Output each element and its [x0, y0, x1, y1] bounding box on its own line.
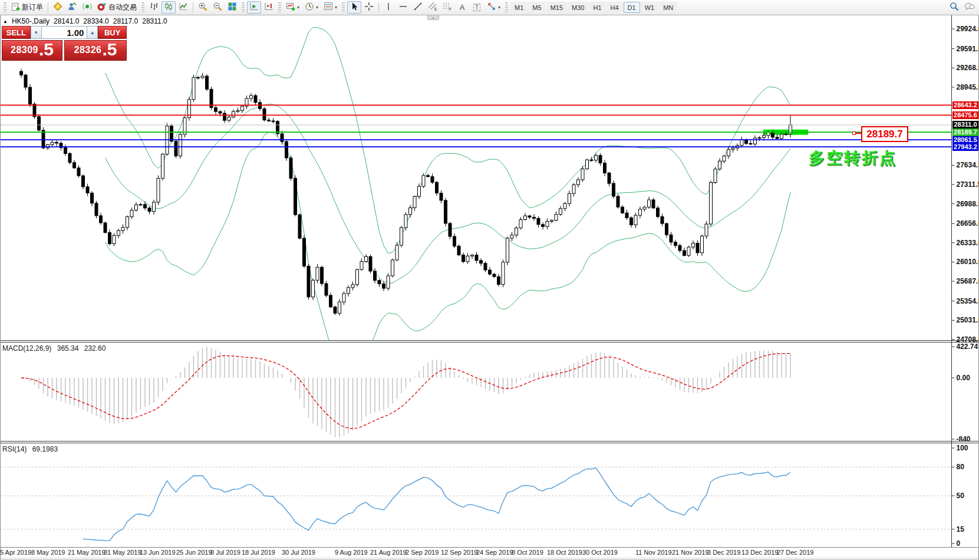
add-indicator-button[interactable]: ▾: [284, 1, 302, 14]
toolbar-separator: [193, 2, 193, 13]
text-label-tool-button[interactable]: T: [470, 1, 484, 14]
tab-timeframe-h1[interactable]: H1: [589, 2, 605, 13]
svg-text:-840: -840: [957, 435, 971, 443]
terminal-icon: [68, 2, 77, 13]
new-order-button[interactable]: 新订单: [9, 1, 45, 14]
tab-timeframe-m5[interactable]: M5: [528, 2, 545, 13]
crosshair-icon: [364, 2, 374, 13]
tab-timeframe-m1[interactable]: M1: [510, 2, 528, 13]
toolbar-grip[interactable]: [505, 2, 508, 12]
buy-price-button[interactable]: 28326 .5: [64, 40, 127, 61]
crosshair-button[interactable]: [362, 1, 376, 14]
svg-text:29268.5: 29268.5: [957, 64, 979, 72]
horizontal-line-tool-button[interactable]: [396, 1, 410, 14]
candlestick-chart-button[interactable]: [161, 1, 176, 14]
chart-title: ▲ HK50-,Daily 28141.0 28334.0 28117.0 28…: [3, 17, 167, 25]
svg-text:13 Jun 2019: 13 Jun 2019: [140, 549, 176, 556]
price-badge-pivot: 28189.7: [952, 129, 978, 136]
candlestick-chart-icon: [164, 2, 173, 13]
sell-price-button[interactable]: 28309 .5: [2, 40, 62, 61]
tab-timeframe-h4[interactable]: H4: [606, 2, 623, 13]
toolbar-grip[interactable]: [278, 2, 281, 12]
terminal-button[interactable]: [65, 1, 80, 14]
sell-price-frac: .5: [39, 41, 54, 58]
periods-button[interactable]: ▾: [302, 1, 321, 14]
chat-icon: [964, 2, 975, 13]
tab-timeframe-d1[interactable]: D1: [624, 2, 640, 13]
fibonacci-tool-button[interactable]: F: [440, 1, 454, 14]
volume-decrease-button[interactable]: ▼: [31, 26, 42, 39]
toolbar-separator: [48, 2, 48, 13]
add-indicator-icon: [286, 2, 295, 13]
svg-text:21 Nov 2019: 21 Nov 2019: [672, 549, 708, 556]
sell-button[interactable]: SELL: [2, 26, 31, 39]
auto-trading-label: 自动交易: [108, 2, 137, 12]
volume-increase-button[interactable]: ▲: [87, 26, 98, 39]
macd-signal-line: [21, 354, 790, 429]
tab-timeframe-m30[interactable]: M30: [568, 2, 588, 13]
chart-shift-button[interactable]: [262, 1, 276, 14]
svg-text:5 Apr 2019: 5 Apr 2019: [0, 549, 31, 556]
toolbar-grip[interactable]: [4, 2, 6, 12]
chat-button[interactable]: [962, 1, 977, 14]
templates-button[interactable]: ▾: [321, 1, 339, 14]
tab-timeframe-mn[interactable]: MN: [659, 2, 677, 13]
cursor-button[interactable]: [347, 1, 361, 14]
svg-text:27 Dec 2019: 27 Dec 2019: [777, 549, 813, 556]
svg-text:25687.0: 25687.0: [957, 277, 979, 285]
svg-text:9 Aug 2019: 9 Aug 2019: [335, 549, 368, 556]
tab-timeframe-m15[interactable]: M15: [546, 2, 567, 13]
macd-name: MACD(12,26,9): [2, 344, 51, 353]
svg-text:21 Aug 2019: 21 Aug 2019: [370, 549, 407, 556]
window-bottom-strip: [1, 558, 978, 560]
svg-text:26988.5: 26988.5: [957, 200, 979, 208]
candlestick-series: [20, 69, 792, 316]
metaeditor-button[interactable]: [51, 1, 65, 14]
equidistant-channel-tool-button[interactable]: E: [426, 1, 440, 14]
text-tool-button[interactable]: A: [455, 1, 469, 14]
fibonacci-letter: F: [449, 7, 451, 11]
tile-windows-button[interactable]: [225, 1, 239, 14]
toolbar-grip[interactable]: [242, 2, 245, 12]
line-chart-button[interactable]: [176, 1, 190, 14]
auto-scroll-button[interactable]: [247, 1, 261, 14]
vertical-line-tool-button[interactable]: [381, 1, 395, 14]
zoom-in-button[interactable]: [196, 1, 210, 14]
price-callout-label[interactable]: 28189.7: [861, 126, 908, 142]
horizontal-line-icon: [398, 2, 408, 13]
search-button[interactable]: [947, 1, 961, 14]
bollinger-upper: [106, 28, 791, 253]
zoom-out-icon: [213, 2, 222, 13]
tab-timeframe-w1[interactable]: W1: [641, 2, 659, 13]
auto-trading-button[interactable]: 自动交易: [95, 1, 139, 14]
arrows-tool-button[interactable]: ▾: [484, 1, 503, 14]
chart-canvas[interactable]: 29924.029591.529268.528945.527634.527311…: [0, 0, 979, 560]
zoom-out-button[interactable]: [210, 1, 225, 14]
symbol-period-label: HK50-,Daily: [12, 17, 50, 25]
chevron-down-icon: ▾: [316, 5, 318, 10]
rsi-label: RSI(14) 69.1983: [2, 445, 61, 453]
toolbar-grip[interactable]: [141, 2, 144, 12]
quickpanel-collapse-handle[interactable]: ▴: [427, 15, 439, 20]
cursor-icon: [350, 2, 359, 13]
one-click-trading-panel: SELL ▼ 1.00 ▲ BUY 28309 .5 28326 .5: [2, 26, 127, 61]
svg-text:11 Nov 2019: 11 Nov 2019: [635, 549, 672, 556]
svg-text:29591.5: 29591.5: [957, 45, 979, 53]
macd-pane: [21, 347, 790, 437]
toolbar-grip[interactable]: [342, 2, 345, 12]
ohlc-low: 28117.0: [113, 17, 139, 25]
spinner-up-icon: ▲: [90, 30, 95, 35]
macd-main-value: 365.34: [57, 344, 79, 353]
pivot-annotation-text[interactable]: 多空转折点: [809, 147, 897, 169]
svg-text:3 Dec 2019: 3 Dec 2019: [707, 549, 740, 556]
svg-text:25354.5: 25354.5: [957, 297, 979, 305]
volume-input[interactable]: 1.00: [42, 26, 87, 39]
auto-trading-icon: [97, 2, 107, 13]
svg-text:28945.5: 28945.5: [957, 83, 979, 91]
buy-button[interactable]: BUY: [98, 26, 127, 39]
ohlc-close: 28311.0: [142, 17, 167, 25]
bar-chart-button[interactable]: [147, 1, 161, 14]
trendline-tool-button[interactable]: [411, 1, 425, 14]
market-button[interactable]: [80, 1, 94, 14]
svg-text:21 May 2019: 21 May 2019: [68, 549, 106, 556]
